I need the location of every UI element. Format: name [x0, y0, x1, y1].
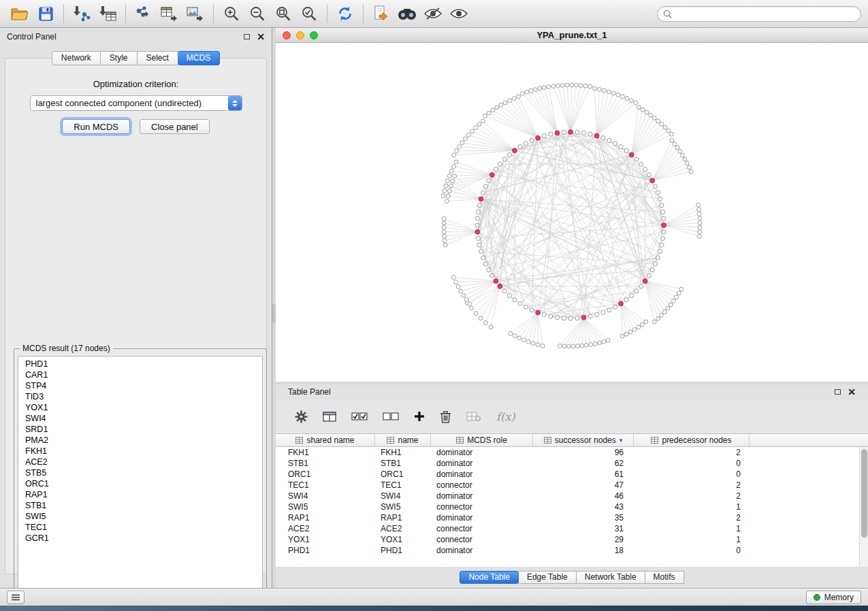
column-type-icon [387, 437, 394, 444]
export-table-button[interactable] [157, 2, 182, 25]
zoom-selected-icon [301, 5, 317, 22]
tab-style[interactable]: Style [101, 51, 138, 65]
optimization-criterion-select[interactable]: largest connected component (undirected) [30, 95, 242, 111]
mcds-result-item[interactable]: PMA2 [18, 435, 262, 446]
add-column-button[interactable] [414, 406, 425, 427]
network-window: YPA_prune.txt_1 [276, 28, 868, 382]
mcds-result-item[interactable]: ORC1 [18, 478, 262, 489]
minimize-window-icon[interactable] [296, 31, 304, 39]
delete-column-button[interactable] [440, 406, 451, 427]
zoom-fit-button[interactable] [270, 2, 296, 25]
memory-button[interactable]: Memory [806, 591, 861, 604]
table-cell: 2 [634, 448, 750, 457]
table-row[interactable]: PHD1PHD1dominator180 [276, 545, 868, 556]
tab-edge-table[interactable]: Edge Table [519, 571, 577, 584]
zoom-selected-button[interactable] [296, 2, 322, 25]
table-row[interactable]: SWI4SWI4dominator462 [276, 491, 868, 501]
column-header-predecessor-nodes[interactable]: predecessor nodes [634, 434, 750, 446]
table-cell: 2 [634, 491, 750, 501]
hide-annotations-button[interactable] [420, 2, 446, 25]
table-row[interactable]: ORC1ORC1dominator610 [276, 469, 868, 480]
binoculars-icon [398, 7, 417, 20]
network-view[interactable] [276, 43, 868, 382]
mcds-result-item[interactable]: YOX1 [18, 402, 262, 413]
table-row[interactable]: RAP1RAP1dominator352 [276, 512, 868, 523]
eye-slash-icon [424, 7, 442, 20]
mcds-result-item[interactable]: CAR1 [18, 369, 262, 380]
mcds-result-item[interactable]: SRD1 [18, 424, 262, 435]
mcds-result-title: MCDS result (17 nodes) [20, 344, 113, 353]
search-input[interactable] [672, 9, 855, 18]
mcds-result-item[interactable]: TID3 [18, 391, 262, 402]
network-window-titlebar[interactable]: YPA_prune.txt_1 [276, 28, 868, 43]
zoom-in-button[interactable] [219, 2, 244, 25]
column-header-name[interactable]: name [375, 434, 431, 446]
open-session-button[interactable] [7, 2, 33, 25]
mcds-result-item[interactable]: STB5 [18, 467, 262, 478]
deselect-all-button[interactable] [383, 406, 399, 427]
sort-indicator-icon[interactable]: ▾ [620, 437, 623, 444]
mcds-result-item[interactable]: GCR1 [18, 533, 262, 544]
mcds-result-item[interactable]: FKH1 [18, 446, 262, 457]
tab-network-table[interactable]: Network Table [577, 571, 645, 584]
search-network-button[interactable] [394, 2, 420, 25]
tab-motifs[interactable]: Motifs [645, 571, 684, 584]
mcds-result-item[interactable]: ACE2 [18, 457, 262, 467]
export-image-button[interactable] [182, 2, 208, 25]
network-graph[interactable] [276, 43, 868, 382]
table-row[interactable]: STB1STB1dominator620 [276, 458, 868, 469]
column-header-mcds-role[interactable]: MCDS role [431, 434, 533, 446]
zoom-out-button[interactable] [244, 2, 270, 25]
column-type-icon [456, 437, 464, 444]
float-panel-icon[interactable] [244, 34, 250, 39]
show-columns-button[interactable] [323, 406, 336, 427]
table-row[interactable]: YOX1YOX1connector291 [276, 534, 868, 545]
close-window-icon[interactable] [283, 31, 291, 39]
float-panel-icon[interactable] [835, 389, 841, 395]
column-label: predecessor nodes [662, 435, 731, 445]
table-cell: SWI5 [375, 502, 431, 512]
mcds-result-item[interactable]: TEC1 [18, 522, 262, 533]
maximize-window-icon[interactable] [310, 31, 318, 39]
select-all-button[interactable] [351, 406, 368, 427]
table-cell: FKH1 [375, 448, 431, 457]
share-document-button[interactable] [368, 2, 394, 25]
import-table-icon [99, 5, 116, 22]
import-network-button[interactable] [69, 2, 95, 25]
tab-node-table[interactable]: Node Table [460, 571, 519, 584]
column-header-successor-nodes[interactable]: successor nodes ▾ [533, 434, 634, 446]
export-network-button[interactable] [131, 2, 157, 25]
mcds-result-item[interactable]: RAP1 [18, 489, 262, 500]
mcds-result-item[interactable]: STP4 [18, 380, 262, 391]
scrollbar-thumb[interactable] [861, 449, 867, 538]
tab-network[interactable]: Network [52, 51, 101, 65]
table-panel-title: Table Panel [288, 387, 331, 397]
tab-select[interactable]: Select [138, 51, 178, 65]
zoom-in-icon [223, 5, 240, 22]
close-panel-button[interactable]: Close panel [140, 119, 210, 134]
table-row[interactable]: FKH1FKH1dominator962 [276, 447, 868, 458]
close-panel-icon[interactable]: ✕ [257, 32, 265, 42]
table-cell: TEC1 [276, 480, 375, 490]
table-row[interactable]: ACE2ACE2connector311 [276, 523, 868, 534]
mcds-result-item[interactable]: PHD1 [18, 359, 262, 369]
tab-mcds[interactable]: MCDS [178, 51, 220, 65]
table-row[interactable]: TEC1TEC1connector472 [276, 480, 868, 491]
close-panel-icon[interactable]: ✕ [848, 387, 856, 397]
refresh-button[interactable] [332, 2, 358, 25]
save-session-button[interactable] [33, 2, 59, 25]
task-menu-button[interactable] [7, 591, 25, 604]
table-scrollbar[interactable] [859, 447, 868, 567]
mcds-result-item[interactable]: SWI4 [18, 413, 262, 424]
run-mcds-button[interactable]: Run MCDS [62, 119, 130, 134]
mcds-result-item[interactable]: SWI5 [18, 511, 262, 522]
table-cell: PHD1 [276, 546, 375, 555]
mcds-result-item[interactable]: STB1 [18, 500, 262, 511]
column-header-shared-name[interactable]: shared name [276, 434, 375, 446]
application-window: Control Panel ✕ Network Style Select MCD… [0, 0, 868, 611]
table-settings-button[interactable] [295, 406, 308, 427]
table-cell: dominator [431, 513, 533, 523]
table-row[interactable]: SWI5SWI5connector431 [276, 501, 868, 512]
import-table-button[interactable] [95, 2, 120, 25]
show-annotations-button[interactable] [446, 2, 472, 25]
